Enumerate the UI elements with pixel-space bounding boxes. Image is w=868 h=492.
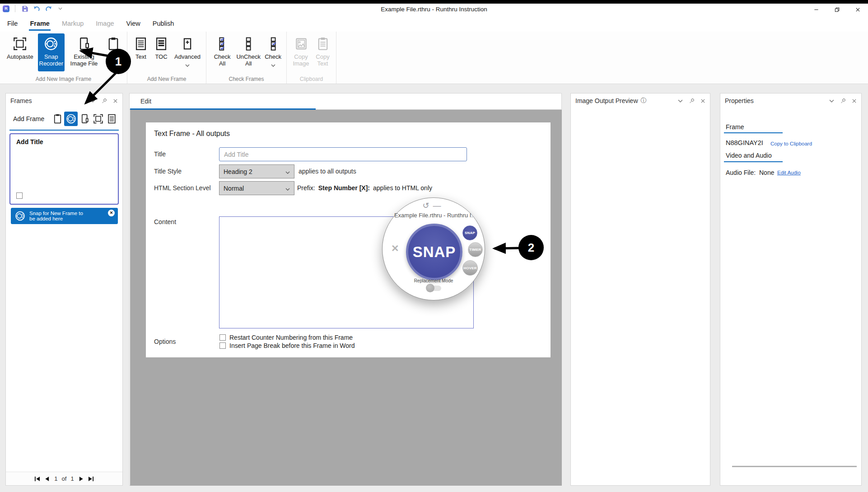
remove-pending-snap-button[interactable]: ✕: [108, 210, 115, 216]
chevron-down-icon[interactable]: [829, 99, 834, 103]
ribbon-group-label: Add New Image Frame: [0, 76, 127, 82]
check-all-button[interactable]: Check All: [211, 33, 233, 71]
first-page-button[interactable]: [34, 476, 40, 482]
horizontal-scrollbar[interactable]: [732, 466, 857, 467]
toc-frame-button[interactable]: TOC: [152, 33, 170, 71]
panel-title: Properties: [725, 97, 754, 104]
button-label: Copy Image: [291, 53, 311, 67]
add-frame-toolbar: Add Frame: [6, 108, 122, 126]
autopaste-button[interactable]: Autopaste: [5, 33, 36, 71]
html-section-level-dropdown[interactable]: Normal: [219, 181, 294, 195]
chevron-down-icon[interactable]: [90, 99, 95, 103]
panel-title: Frames: [10, 97, 32, 104]
menu-item-publish[interactable]: Publish: [153, 15, 174, 32]
pin-icon[interactable]: [101, 98, 107, 104]
minimize-button[interactable]: [806, 4, 826, 15]
frame-thumbnail[interactable]: Add Title: [9, 133, 119, 205]
widget-close-button[interactable]: ✕: [391, 243, 399, 254]
pending-snap-item[interactable]: Snap for New Frame to be added here ✕: [11, 208, 118, 224]
chevron-down-icon: [58, 7, 62, 10]
menu-item-markup[interactable]: Markup: [62, 15, 84, 32]
advanced-plus-icon: [180, 36, 195, 52]
prefix-note: Prefix: Step Number [X]: applies to HTML…: [297, 184, 432, 192]
add-text-frame-button[interactable]: [105, 112, 118, 126]
prefix-applies-note: applies to HTML only: [373, 184, 432, 192]
menu-item-view[interactable]: View: [126, 15, 140, 32]
chevron-down-icon: [271, 61, 275, 69]
title-style-dropdown[interactable]: Heading 2: [219, 164, 294, 178]
insert-page-break-checkbox[interactable]: [219, 342, 226, 349]
quick-access-more-button[interactable]: [56, 5, 64, 13]
panel-title: Image Output Preview: [575, 97, 638, 104]
edit-tab-bar: Edit: [130, 94, 561, 110]
undo-button[interactable]: [33, 5, 41, 13]
menu-item-file[interactable]: File: [7, 15, 18, 32]
close-button[interactable]: [847, 4, 868, 15]
last-page-button[interactable]: [88, 476, 94, 482]
copy-text-button[interactable]: Copy Text: [313, 33, 332, 71]
annotation-step-1-badge: 1: [106, 49, 131, 74]
add-paste-frame-button[interactable]: [51, 112, 64, 126]
copy-to-clipboard-link[interactable]: Copy to Clipboard: [770, 141, 812, 146]
add-snap-frame-button[interactable]: [64, 112, 78, 126]
copy-text-icon: [315, 36, 331, 52]
save-button[interactable]: [21, 5, 29, 13]
snap-capture-button[interactable]: SNAP: [406, 224, 462, 280]
paste-clipboard-icon: [52, 113, 63, 125]
text-frame-button[interactable]: Text: [132, 33, 150, 71]
close-icon[interactable]: [700, 98, 705, 103]
check-button[interactable]: Check: [263, 33, 283, 71]
toggle-knob: [426, 284, 434, 292]
audio-file-label: Audio File:: [726, 169, 756, 176]
snap-lens-icon: [43, 36, 59, 52]
previous-page-button[interactable]: [44, 476, 50, 482]
ribbon-group-clipboard: Copy Image Copy Text Clipboard: [287, 32, 336, 84]
close-icon[interactable]: [852, 98, 857, 103]
copy-image-button[interactable]: Copy Image: [291, 33, 311, 71]
edit-canvas: Text Frame - All outputs Title Title Sty…: [130, 110, 562, 486]
snap-recorder-button[interactable]: Snap Recorder: [38, 33, 65, 71]
toc-doc-icon: [154, 36, 169, 52]
ribbon-group-label: Add New Frame: [127, 76, 206, 82]
menu-item-image[interactable]: Image: [96, 15, 114, 32]
frames-pager: 1 of 1: [6, 472, 122, 485]
button-label: Snap Recorder: [38, 53, 65, 67]
video-audio-section-heading: Video and Audio: [726, 152, 772, 159]
title-input[interactable]: [219, 147, 467, 161]
snap-mode-button[interactable]: SNAP: [462, 225, 477, 240]
frame-checkbox[interactable]: [16, 192, 23, 199]
pin-icon[interactable]: [689, 98, 695, 104]
ribbon-spacer: [336, 32, 868, 84]
advanced-frame-button[interactable]: Advanced: [173, 33, 202, 71]
close-icon[interactable]: [113, 98, 118, 103]
prefix-label: Prefix:: [297, 184, 315, 192]
redo-button[interactable]: [44, 5, 52, 13]
existing-image-file-button[interactable]: Existing Image File: [67, 33, 101, 71]
timer-mode-button[interactable]: TIMER: [468, 242, 483, 257]
uncheck-all-button[interactable]: UnCheck All: [236, 33, 261, 71]
widget-minimize-icon[interactable]: —: [433, 201, 445, 210]
pin-icon[interactable]: [840, 98, 846, 104]
chevron-down-icon[interactable]: [678, 99, 683, 103]
menu-item-frame[interactable]: Frame: [30, 15, 50, 32]
restart-counter-checkbox[interactable]: [219, 334, 226, 341]
next-page-button[interactable]: [78, 476, 84, 482]
app-window: Example File.rthru - Runthru Instruction…: [0, 0, 868, 492]
add-autopaste-frame-button[interactable]: [91, 112, 105, 126]
tab-edit[interactable]: Edit: [140, 98, 151, 105]
properties-panel-header: Properties: [720, 94, 861, 108]
button-label: Check: [265, 53, 281, 60]
section-underline: [724, 132, 783, 133]
info-icon[interactable]: ⓘ: [641, 97, 647, 105]
title-style-note: applies to all outputs: [299, 168, 356, 175]
edit-audio-link[interactable]: Edit Audio: [777, 170, 801, 175]
replacement-mode-toggle[interactable]: [427, 286, 441, 291]
copy-image-icon: [294, 36, 309, 52]
restore-button[interactable]: [826, 4, 847, 15]
hover-mode-button[interactable]: HOVER: [462, 260, 478, 276]
widget-undo-icon[interactable]: ↺: [422, 201, 433, 210]
text-lines-icon: [106, 113, 117, 125]
snap-capture-label: SNAP: [413, 244, 456, 261]
add-image-file-frame-button[interactable]: [78, 112, 91, 126]
pager-total: 1: [70, 475, 74, 482]
